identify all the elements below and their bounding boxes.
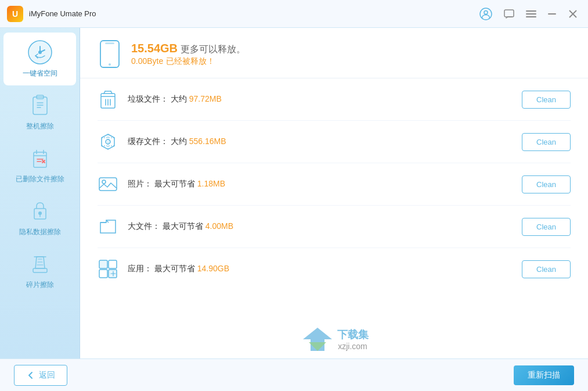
sidebar-item-fragment-wipe[interactable]: 碎片擦除 — [0, 244, 80, 297]
clean-button-apps[interactable]: Clean — [522, 260, 571, 278]
sidebar-item-full-wipe[interactable]: 整机擦除 — [0, 85, 80, 138]
app-title: iMyFone Umate Pro — [29, 9, 477, 18]
header-info: 15.54GB 更多可以释放。 0.00Byte 已经被释放！ — [131, 42, 246, 67]
message-button[interactable] — [500, 5, 518, 23]
sidebar-item-one-key[interactable]: 一键省空间 — [3, 33, 76, 85]
sidebar-label-privacy-wipe: 隐私数据擦除 — [19, 227, 61, 237]
table-row: 垃圾文件： 大约 97.72MB Clean — [98, 78, 571, 121]
svg-rect-2 — [504, 10, 514, 17]
svg-rect-46 — [99, 260, 107, 268]
watermark: 下载集 xzji.com — [80, 320, 588, 358]
svg-rect-11 — [33, 97, 47, 114]
deleted-wipe-icon — [27, 145, 53, 171]
photos-label: 照片： 最大可节省 1.18MB — [128, 179, 513, 189]
back-button[interactable]: 返回 — [14, 365, 67, 386]
one-key-icon — [27, 40, 53, 65]
logo-letter: U — [12, 9, 18, 19]
watermark-text-top: 下载集 — [337, 328, 369, 342]
header-freed-line: 0.00Byte 已经被释放！ — [131, 56, 246, 67]
privacy-wipe-icon — [27, 198, 53, 224]
svg-point-23 — [38, 211, 42, 215]
clean-button-junk[interactable]: Clean — [522, 91, 571, 109]
svg-rect-31 — [105, 42, 114, 44]
large-files-label: 大文件： 最大可节省 4.00MB — [128, 221, 513, 232]
svg-point-32 — [109, 63, 111, 66]
svg-rect-48 — [99, 270, 107, 278]
content-area: 15.54GB 更多可以释放。 0.00Byte 已经被释放！ — [80, 28, 588, 358]
header-size-value: 15.54GB — [131, 42, 178, 55]
svg-point-10 — [38, 51, 42, 54]
svg-rect-5 — [526, 16, 536, 17]
large-files-icon — [98, 216, 118, 237]
svg-point-44 — [102, 180, 106, 184]
rescan-label: 重新扫描 — [528, 370, 560, 379]
table-row: 应用： 最大可节省 14.90GB Clean — [98, 248, 571, 290]
sidebar-item-deleted-wipe[interactable]: 已删除文件擦除 — [0, 138, 80, 191]
clean-button-large-files[interactable]: Clean — [522, 218, 571, 236]
table-row: 大文件： 最大可节省 4.00MB Clean — [98, 206, 571, 248]
close-button[interactable] — [565, 6, 581, 22]
sidebar-label-full-wipe: 整机擦除 — [26, 121, 54, 131]
app-logo: U — [7, 6, 23, 22]
sidebar-label-fragment-wipe: 碎片擦除 — [26, 280, 54, 290]
full-wipe-icon — [27, 92, 53, 118]
header-size-text: 更多可以释放。 — [181, 44, 246, 54]
sidebar-item-privacy-wipe[interactable]: 隐私数据擦除 — [0, 191, 80, 244]
sidebar-label-deleted-wipe: 已删除文件擦除 — [16, 174, 64, 184]
cache-icon: ! — [98, 131, 118, 152]
svg-rect-6 — [548, 13, 556, 15]
apps-label: 应用： 最大可节省 14.90GB — [128, 264, 513, 274]
table-row: 照片： 最大可节省 1.18MB Clean — [98, 163, 571, 206]
sidebar-label-one-key: 一键省空间 — [23, 69, 57, 78]
minimize-button[interactable] — [544, 6, 560, 22]
svg-rect-16 — [34, 152, 46, 167]
footer: 返回 重新扫描 — [0, 358, 588, 391]
watermark-text-bottom: xzji.com — [337, 342, 369, 351]
back-label: 返回 — [39, 370, 55, 381]
titlebar: U iMyFone Umate Pro — [0, 0, 588, 28]
file-list: 垃圾文件： 大约 97.72MB Clean ! — [80, 78, 588, 320]
svg-rect-43 — [99, 178, 117, 191]
watermark-content: 下载集 xzji.com — [85, 325, 583, 354]
phone-icon — [98, 40, 122, 69]
rescan-button[interactable]: 重新扫描 — [514, 365, 574, 385]
content-header: 15.54GB 更多可以释放。 0.00Byte 已经被释放！ — [80, 28, 588, 78]
sidebar: 一键省空间 整机擦除 — [0, 28, 80, 358]
svg-rect-47 — [109, 260, 117, 268]
junk-label: 垃圾文件： 大约 97.72MB — [128, 94, 513, 105]
clean-button-photos[interactable]: Clean — [522, 175, 571, 193]
svg-point-1 — [484, 10, 488, 14]
header-size-line: 15.54GB 更多可以释放。 — [131, 42, 246, 56]
table-row: ! 缓存文件： 大约 556.16MB Clean — [98, 121, 571, 163]
cache-label: 缓存文件： 大约 556.16MB — [128, 137, 513, 147]
junk-icon — [98, 89, 118, 110]
svg-rect-25 — [33, 268, 47, 272]
header-freed-value: 0.00Byte — [131, 56, 163, 66]
window-controls — [477, 5, 581, 23]
menu-button[interactable] — [523, 6, 539, 22]
header-freed-text: 已经被释放！ — [166, 56, 215, 66]
photos-icon — [98, 174, 118, 195]
clean-button-cache[interactable]: Clean — [522, 133, 571, 151]
main-layout: 一键省空间 整机擦除 — [0, 28, 588, 358]
svg-rect-3 — [526, 10, 536, 12]
svg-rect-4 — [526, 13, 536, 15]
fragment-wipe-icon — [27, 251, 53, 277]
account-button[interactable] — [477, 5, 495, 23]
apps-icon — [98, 259, 118, 279]
